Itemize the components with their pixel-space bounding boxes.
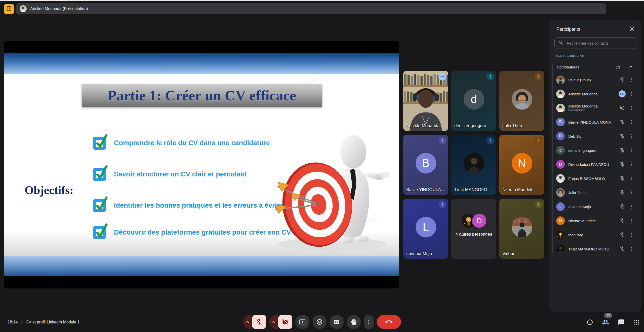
participant-name: Valeur (Vous): [568, 78, 615, 82]
contact-search[interactable]: [554, 37, 636, 49]
checkbox-check-icon: [92, 166, 107, 182]
letter-avatar: L: [556, 202, 565, 211]
video-tile-basile-yindoula[interactable]: BBasile YINDOULA ...: [403, 135, 448, 195]
slide-blue-band-bottom: [4, 256, 399, 276]
apps-grid-button[interactable]: [633, 318, 640, 326]
camera-off-button[interactable]: [278, 315, 292, 329]
tile-mic-off-badge: [535, 201, 542, 208]
participant-options-button[interactable]: [629, 77, 634, 83]
raise-hand-button[interactable]: [347, 315, 361, 329]
photo-avatar: [556, 174, 565, 183]
participant-row-frejus-bissombolo[interactable]: Frejus BISSOMBOLO: [553, 171, 638, 186]
participant-name: roch taty: [568, 233, 615, 237]
checklist-item: Savoir structurer un CV clair et percuta…: [92, 167, 247, 181]
video-tile-luvuma-moju[interactable]: LLuvuma Moju: [403, 199, 448, 259]
participant-options-button[interactable]: [629, 204, 634, 209]
participant-row-denis-engongoro[interactable]: d denis engongoro: [553, 143, 638, 157]
participant-row-aristide-mouanda[interactable]: Aristide Mouanda: [553, 87, 638, 101]
participant-options-button[interactable]: [629, 133, 634, 139]
video-tile-denis-engongoro[interactable]: ddenis engongoro: [451, 71, 496, 131]
search-icon: [558, 40, 563, 45]
participant-row-roch-taty[interactable]: roch taty: [553, 228, 638, 242]
video-tile-trust-mangofo[interactable]: Trust MANGOFO ...: [451, 135, 496, 195]
captions-button[interactable]: [330, 315, 344, 329]
present-screen-icon: [299, 319, 306, 325]
participant-row-nkento-mundele[interactable]: N Nkento Mundele: [553, 214, 638, 228]
participant-audio-status: [619, 77, 626, 83]
participant-options-button[interactable]: [629, 162, 634, 167]
participant-row-luvuma-moju[interactable]: L Luvuma Moju: [553, 200, 638, 214]
mic-off-icon: [488, 75, 493, 79]
participant-name: Deb Sivi: [568, 134, 615, 138]
participant-options-button[interactable]: [629, 147, 634, 153]
tile-mic-off-badge: [535, 137, 542, 144]
leave-room-button[interactable]: [4, 4, 14, 14]
letter-avatar: N: [556, 216, 565, 225]
right-toolbar: 13: [586, 312, 640, 332]
participant-row-julia-then[interactable]: Julia Then: [553, 186, 638, 200]
video-tile-aristide-mouanda[interactable]: Aristide Mouanda: [403, 71, 448, 131]
camera-options-chevron[interactable]: [269, 315, 278, 329]
checklist-text: Comprendre le rôle du CV dans une candid…: [114, 139, 270, 147]
participant-options-button[interactable]: [629, 176, 634, 181]
pin-icon: [562, 108, 566, 112]
letter-avatar: D: [556, 132, 565, 140]
close-panel-button[interactable]: [628, 26, 635, 33]
participants-header: Participants: [549, 20, 641, 33]
participant-options-button[interactable]: [629, 218, 634, 224]
camera-control-group: [269, 315, 292, 329]
tile-name-label: Nkento Mundele: [502, 187, 534, 192]
participant-options-button[interactable]: [629, 190, 634, 195]
chat-button[interactable]: [617, 318, 625, 326]
participant-options-button[interactable]: [629, 91, 634, 97]
participant-name-block: Deb Sivi: [568, 134, 615, 138]
meeting-details-button[interactable]: [586, 318, 594, 326]
more-options-button[interactable]: [364, 315, 374, 329]
photo-avatar-circle: [464, 153, 484, 173]
participant-row-aristide-mouanda[interactable]: Aristide Mouanda Présentation: [553, 101, 638, 115]
participant-options-button[interactable]: [629, 119, 634, 125]
hang-up-icon: [385, 318, 393, 326]
leave-call-button[interactable]: [377, 315, 401, 329]
participant-name-block: Nkento Mundele: [568, 219, 615, 223]
checked-checkbox-icon: [92, 198, 107, 212]
participants-toggle-button[interactable]: 13: [602, 318, 609, 326]
tile-name-label: Basile YINDOULA ...: [406, 187, 446, 192]
mic-off-icon: [488, 139, 493, 143]
video-tile-julia-then[interactable]: Julia Then: [499, 71, 544, 131]
chevron-up-icon: [245, 319, 250, 325]
participant-audio-status: [619, 232, 626, 238]
presentation-tab[interactable]: Aristide Mouanda (Présentation): [16, 3, 606, 14]
photo-avatar-circle: [512, 89, 532, 109]
video-tile-4-autres-personnes[interactable]: D 4 autres personnes: [451, 199, 496, 259]
participant-name: Basile YINDOULA MONA: [568, 120, 615, 124]
participant-audio-status: [619, 246, 626, 252]
participant-row-basile-yindoula-mona[interactable]: B Basile YINDOULA MONA: [553, 115, 638, 129]
photo-avatar: [556, 90, 565, 98]
kebab-menu-icon: [629, 204, 634, 209]
participant-name: Divine-ketsia PANDZOU: [568, 162, 615, 167]
video-tile-nkento-mundele[interactable]: NNkento Mundele: [499, 135, 544, 195]
participant-options-button[interactable]: [629, 232, 634, 238]
photo-avatar: [512, 217, 532, 237]
participant-options-button[interactable]: [629, 105, 634, 111]
tile-name-label: Julia Then: [502, 123, 522, 128]
contributors-group-header[interactable]: Contributeurs 13: [553, 61, 638, 73]
video-tile-valeur[interactable]: Valeur: [499, 199, 544, 259]
participant-row-divine-ketsia-pandzou[interactable]: D Divine-ketsia PANDZOU: [553, 157, 638, 171]
present-screen-button[interactable]: [295, 315, 309, 329]
mic-options-chevron[interactable]: [243, 315, 252, 329]
kebab-menu-icon: [629, 91, 634, 97]
reactions-button[interactable]: [312, 315, 327, 329]
mic-muted-button[interactable]: [252, 315, 266, 329]
participant-options-button[interactable]: [629, 246, 634, 252]
photo-avatar: [20, 5, 27, 12]
participant-row-deb-sivi[interactable]: D Deb Sivi: [553, 129, 638, 143]
search-input[interactable]: [566, 41, 632, 46]
mic-off-icon: [619, 204, 625, 210]
letter-avatar: B: [416, 153, 436, 173]
participant-row-valeur-vous[interactable]: Valeur (Vous): [553, 73, 638, 87]
mic-off-icon: [619, 161, 625, 167]
participant-row-trust-mangofo-mcto[interactable]: Trust MANGOFO MCTO...: [553, 242, 638, 256]
checklist-item: Identifier les bonnes pratiques et les e…: [92, 198, 283, 213]
